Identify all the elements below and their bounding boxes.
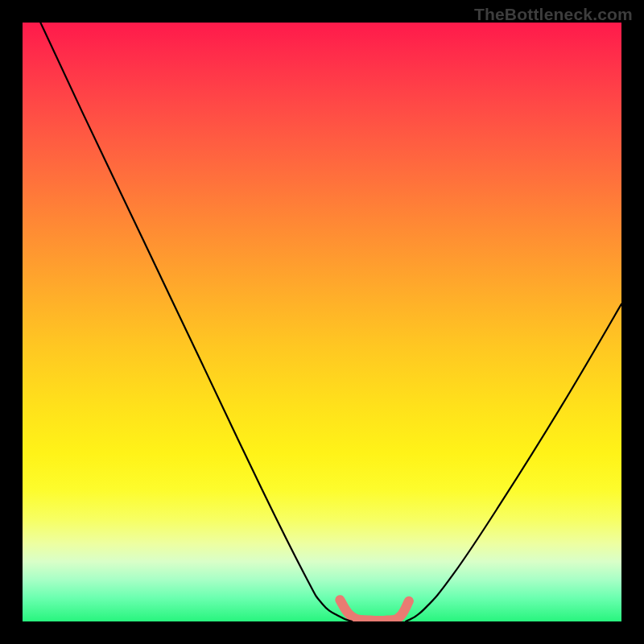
- bottleneck-curve-left: [40, 23, 352, 621]
- plot-area: [23, 23, 621, 621]
- watermark-text: TheBottleneck.com: [474, 5, 633, 24]
- bottleneck-curve-right: [406, 304, 621, 621]
- curve-svg: [23, 23, 621, 621]
- chart-frame: TheBottleneck.com: [0, 0, 644, 644]
- optimal-range-accent: [340, 600, 409, 621]
